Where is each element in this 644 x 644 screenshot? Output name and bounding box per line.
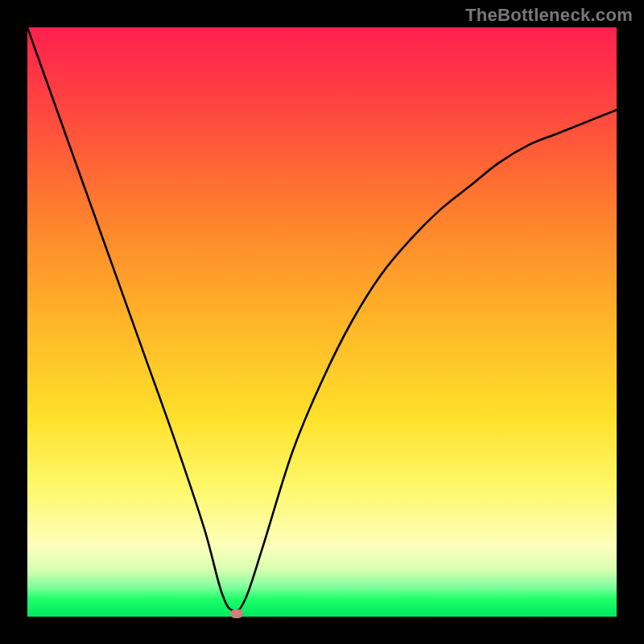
plot-area	[27, 27, 617, 617]
chart-svg	[27, 27, 617, 617]
curve-line	[27, 27, 617, 611]
watermark-text: TheBottleneck.com	[465, 5, 633, 26]
min-marker	[230, 609, 243, 618]
chart-frame: TheBottleneck.com	[0, 0, 644, 644]
